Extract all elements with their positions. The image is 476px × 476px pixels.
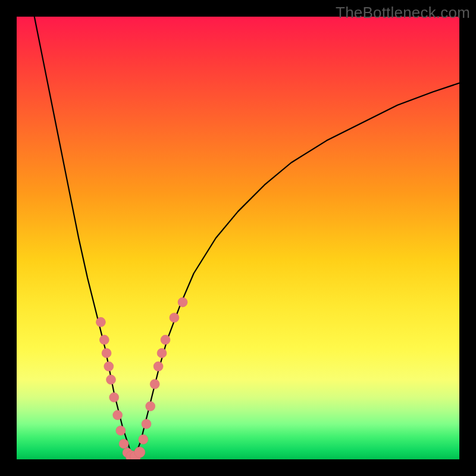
data-point: [104, 362, 114, 371]
data-point: [142, 419, 151, 428]
data-point: [154, 362, 163, 371]
data-point: [170, 313, 179, 322]
data-point: [99, 335, 109, 345]
data-point: [96, 317, 105, 327]
data-point: [134, 447, 145, 458]
data-point: [106, 375, 115, 384]
curve-right-branch: [133, 83, 459, 458]
plot-area: [17, 17, 459, 459]
data-point: [113, 411, 123, 420]
data-point: [157, 348, 167, 358]
data-point: [116, 426, 126, 436]
data-point: [150, 380, 159, 389]
data-point: [102, 348, 111, 358]
chart-canvas: TheBottleneck.com: [0, 0, 476, 476]
curve-left-branch: [35, 17, 133, 457]
data-point: [161, 335, 170, 345]
data-point: [146, 402, 155, 411]
data-point: [119, 439, 129, 449]
curve-group: [35, 17, 459, 457]
data-point: [109, 393, 119, 402]
data-point: [139, 435, 148, 444]
chart-svg: [17, 17, 459, 459]
data-point: [178, 298, 187, 307]
scatter-group: [96, 298, 187, 459]
watermark-text: TheBottleneck.com: [336, 4, 470, 22]
